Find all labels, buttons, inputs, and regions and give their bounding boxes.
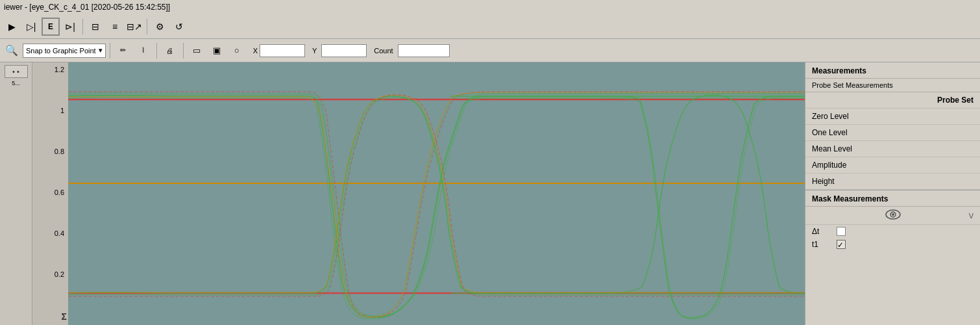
cross-tool[interactable]: ▣	[208, 42, 226, 60]
amplitude-label: Amplitude	[812, 161, 974, 170]
title-text: iewer - [eye_CK_c_4_01 [2020-05-26 15:42…	[4, 3, 170, 12]
channel-label: 5...	[12, 80, 20, 86]
sep2	[147, 19, 147, 34]
sep3	[110, 43, 110, 58]
probe-set-header-row: Probe Set	[805, 92, 980, 109]
delta-t-row: Δt	[805, 225, 980, 238]
visibility-icon	[885, 209, 901, 220]
play-button[interactable]: ▶	[3, 18, 21, 36]
t1-checkbox[interactable]: ✓	[837, 240, 846, 249]
rect-tool[interactable]: ▭	[188, 42, 206, 60]
zoom-out-button[interactable]: 🔍	[3, 42, 21, 60]
delta-t-checkbox[interactable]	[837, 227, 846, 236]
zero-level-row[interactable]: Zero Level	[805, 109, 980, 125]
export2-button[interactable]: ≡	[106, 18, 124, 36]
sep5	[183, 43, 184, 58]
settings-button[interactable]: ⚙	[151, 18, 169, 36]
graph-canvas	[68, 62, 805, 325]
delta-t-label: Δt	[812, 227, 831, 236]
t1-label: t1	[812, 240, 831, 249]
main-toolbar: ▶ ▷| E ⊳| ⊟ ≡ ⊟↗ ⚙ ↺	[0, 14, 980, 39]
y-label-04: 0.4	[55, 229, 67, 237]
height-row[interactable]: Height	[805, 174, 980, 190]
x-input[interactable]	[260, 44, 305, 57]
y-input[interactable]	[321, 44, 367, 57]
snap-chevron-icon: ▾	[99, 46, 103, 55]
probe-set-header: Probe Set	[893, 96, 974, 105]
export-button[interactable]: ⊟	[86, 18, 104, 36]
count-label: Count	[374, 47, 393, 55]
mask-eye-row: V	[805, 207, 980, 225]
one-level-label: One Level	[812, 128, 974, 137]
y-label-02: 0.2	[55, 270, 67, 278]
svg-rect-0	[68, 62, 805, 325]
probe-set-measurements-title: Probe Set Measurements	[805, 79, 980, 92]
measurements-title: Measurements	[805, 62, 980, 79]
circle-tool[interactable]: ○	[228, 42, 246, 60]
y-label-06: 0.6	[55, 188, 67, 196]
eye-icon[interactable]	[885, 209, 901, 222]
mask-measurements-title: Mask Measurements	[812, 194, 888, 203]
undo-button[interactable]: ↺	[170, 18, 188, 36]
title-bar: iewer - [eye_CK_c_4_01 [2020-05-26 15:42…	[0, 0, 980, 14]
collapse-button[interactable]: • •	[5, 65, 28, 78]
step-button[interactable]: ▷|	[22, 18, 40, 36]
snap-toolbar: 🔍 Snap to Graphic Point ▾ ✏ ⌇ 🖨 ▭ ▣ ○ X …	[0, 39, 980, 62]
print-button[interactable]: 🖨	[161, 42, 179, 60]
svg-point-6	[892, 213, 894, 216]
count-input[interactable]	[398, 44, 450, 57]
export3-button[interactable]: ⊟↗	[125, 18, 143, 36]
sigma-symbol: Σ	[62, 311, 67, 322]
x-label: X	[253, 47, 258, 55]
y-label-12: 1.2	[55, 66, 67, 73]
snap-dropdown[interactable]: Snap to Graphic Point ▾	[23, 44, 106, 58]
draw-tool-2[interactable]: ⌇	[134, 42, 153, 60]
y-label-08: 0.8	[55, 148, 67, 155]
t1-row: t1 ✓	[805, 238, 980, 251]
snap-label: Snap to Graphic Point	[26, 47, 96, 55]
main-content: • • 5... 1.2 1 0.8 0.6 0.4 0.2 Σ	[0, 62, 980, 325]
filter-button[interactable]: ⊳|	[61, 18, 79, 36]
mask-value-label: V	[969, 212, 974, 220]
mean-level-label: Mean Level	[812, 144, 974, 153]
chart-area: 1.2 1 0.8 0.6 0.4 0.2 Σ	[32, 62, 805, 325]
amplitude-row[interactable]: Amplitude	[805, 157, 980, 174]
y-label-1: 1	[60, 107, 67, 114]
y-axis: 1.2 1 0.8 0.6 0.4 0.2 Σ	[32, 62, 68, 325]
sep4	[156, 43, 157, 58]
mean-level-row[interactable]: Mean Level	[805, 141, 980, 157]
left-sidebar: • • 5...	[0, 62, 32, 325]
y-label: Y	[312, 47, 317, 55]
height-label: Height	[812, 177, 974, 186]
draw-tool-1[interactable]: ✏	[114, 42, 132, 60]
one-level-row[interactable]: One Level	[805, 125, 980, 141]
event-button[interactable]: E	[42, 18, 60, 36]
waveform-svg	[68, 62, 805, 325]
zero-level-label: Zero Level	[812, 112, 974, 121]
sep1	[82, 19, 83, 34]
right-panel: Measurements Probe Set Measurements Prob…	[805, 62, 980, 325]
